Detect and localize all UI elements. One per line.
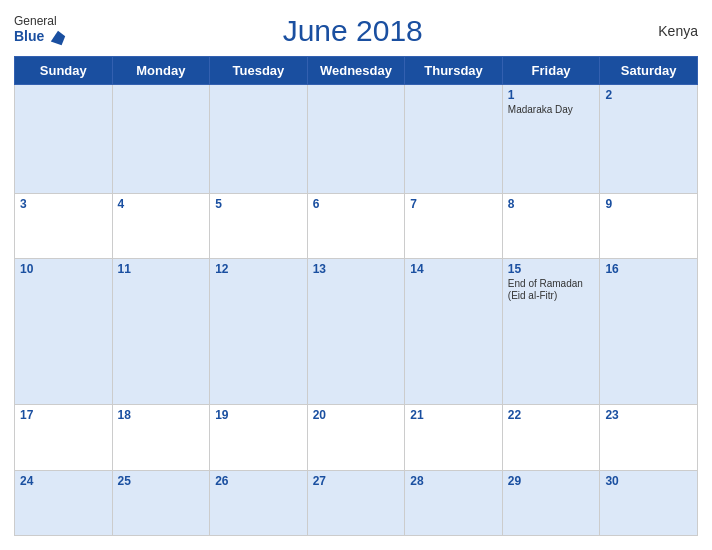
calendar-week-row: 1Madaraka Day2 xyxy=(15,85,698,194)
calendar-wrapper: General Blue June 2018 Kenya SundayMonda… xyxy=(0,0,712,550)
calendar-cell: 17 xyxy=(15,405,113,470)
calendar-cell: 11 xyxy=(112,259,210,405)
day-number: 17 xyxy=(20,408,107,422)
calendar-table: SundayMondayTuesdayWednesdayThursdayFrid… xyxy=(14,56,698,536)
calendar-week-row: 24252627282930 xyxy=(15,470,698,535)
svg-marker-0 xyxy=(51,30,65,44)
day-number: 8 xyxy=(508,197,595,211)
day-number: 16 xyxy=(605,262,692,276)
day-number: 23 xyxy=(605,408,692,422)
day-number: 15 xyxy=(508,262,595,276)
day-number: 29 xyxy=(508,474,595,488)
day-number: 18 xyxy=(118,408,205,422)
calendar-cell: 4 xyxy=(112,193,210,258)
day-number: 19 xyxy=(215,408,302,422)
day-number: 12 xyxy=(215,262,302,276)
day-number: 3 xyxy=(20,197,107,211)
day-number: 11 xyxy=(118,262,205,276)
calendar-cell: 24 xyxy=(15,470,113,535)
day-number: 24 xyxy=(20,474,107,488)
day-number: 7 xyxy=(410,197,497,211)
calendar-cell: 10 xyxy=(15,259,113,405)
calendar-cell xyxy=(405,85,503,194)
calendar-cell: 14 xyxy=(405,259,503,405)
day-number: 14 xyxy=(410,262,497,276)
calendar-header: General Blue June 2018 Kenya xyxy=(14,10,698,56)
day-number: 13 xyxy=(313,262,400,276)
calendar-cell: 5 xyxy=(210,193,308,258)
calendar-cell: 16 xyxy=(600,259,698,405)
calendar-cell: 15End of Ramadan (Eid al-Fitr) xyxy=(502,259,600,405)
calendar-cell: 7 xyxy=(405,193,503,258)
day-number: 22 xyxy=(508,408,595,422)
calendar-cell: 20 xyxy=(307,405,405,470)
weekday-header-friday: Friday xyxy=(502,57,600,85)
calendar-cell: 26 xyxy=(210,470,308,535)
logo-bird-icon xyxy=(49,29,67,47)
logo: General Blue xyxy=(14,15,67,46)
day-number: 27 xyxy=(313,474,400,488)
holiday-name: End of Ramadan (Eid al-Fitr) xyxy=(508,278,595,302)
day-number: 10 xyxy=(20,262,107,276)
calendar-week-row: 17181920212223 xyxy=(15,405,698,470)
calendar-cell: 30 xyxy=(600,470,698,535)
calendar-cell: 27 xyxy=(307,470,405,535)
calendar-cell: 19 xyxy=(210,405,308,470)
day-number: 5 xyxy=(215,197,302,211)
weekday-header-wednesday: Wednesday xyxy=(307,57,405,85)
calendar-week-row: 3456789 xyxy=(15,193,698,258)
day-number: 6 xyxy=(313,197,400,211)
day-number: 25 xyxy=(118,474,205,488)
calendar-cell: 29 xyxy=(502,470,600,535)
day-number: 30 xyxy=(605,474,692,488)
calendar-cell: 22 xyxy=(502,405,600,470)
calendar-cell: 8 xyxy=(502,193,600,258)
calendar-cell: 12 xyxy=(210,259,308,405)
day-number: 2 xyxy=(605,88,692,102)
calendar-cell xyxy=(307,85,405,194)
day-number: 26 xyxy=(215,474,302,488)
weekday-header-saturday: Saturday xyxy=(600,57,698,85)
calendar-cell: 2 xyxy=(600,85,698,194)
calendar-week-row: 101112131415End of Ramadan (Eid al-Fitr)… xyxy=(15,259,698,405)
day-number: 9 xyxy=(605,197,692,211)
calendar-cell xyxy=(112,85,210,194)
calendar-cell: 18 xyxy=(112,405,210,470)
calendar-cell: 23 xyxy=(600,405,698,470)
weekday-header-thursday: Thursday xyxy=(405,57,503,85)
calendar-cell: 13 xyxy=(307,259,405,405)
calendar-cell: 9 xyxy=(600,193,698,258)
day-number: 21 xyxy=(410,408,497,422)
weekday-header-row: SundayMondayTuesdayWednesdayThursdayFrid… xyxy=(15,57,698,85)
calendar-cell: 3 xyxy=(15,193,113,258)
calendar-cell: 28 xyxy=(405,470,503,535)
calendar-cell xyxy=(15,85,113,194)
weekday-header-tuesday: Tuesday xyxy=(210,57,308,85)
calendar-cell xyxy=(210,85,308,194)
calendar-title: June 2018 xyxy=(283,14,423,48)
day-number: 4 xyxy=(118,197,205,211)
logo-blue-text: Blue xyxy=(14,29,67,47)
weekday-header-sunday: Sunday xyxy=(15,57,113,85)
calendar-cell: 21 xyxy=(405,405,503,470)
calendar-cell: 6 xyxy=(307,193,405,258)
holiday-name: Madaraka Day xyxy=(508,104,595,116)
calendar-cell: 25 xyxy=(112,470,210,535)
weekday-header-monday: Monday xyxy=(112,57,210,85)
day-number: 1 xyxy=(508,88,595,102)
day-number: 20 xyxy=(313,408,400,422)
day-number: 28 xyxy=(410,474,497,488)
calendar-country: Kenya xyxy=(638,23,698,39)
calendar-cell: 1Madaraka Day xyxy=(502,85,600,194)
